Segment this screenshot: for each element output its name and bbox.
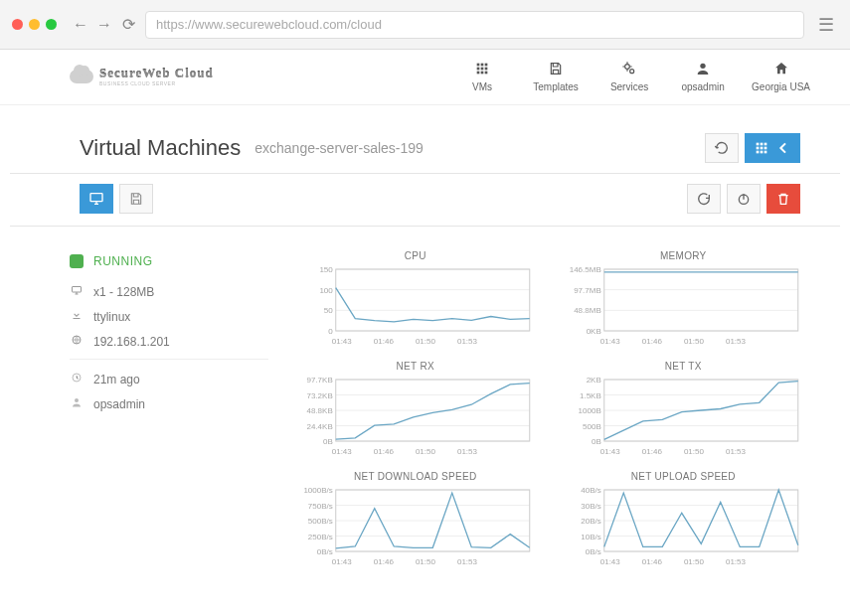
floppy-icon (128, 191, 144, 207)
chart-title: CPU (405, 250, 426, 261)
svg-text:500B/s: 500B/s (308, 517, 333, 526)
chart-plot: 97.7KB73.2KB48.8KB24.4KB0B01:4301:4601:5… (288, 376, 543, 457)
svg-rect-53 (603, 269, 797, 331)
window-maximize-icon[interactable] (46, 19, 57, 30)
chart-net_ul: NET UPLOAD SPEED40B/s30B/s20B/s10B/s0B/s… (557, 471, 811, 567)
svg-rect-18 (757, 151, 760, 154)
svg-rect-6 (477, 72, 480, 75)
svg-text:01:53: 01:53 (725, 557, 746, 566)
svg-point-10 (630, 70, 634, 74)
nav-item-vms[interactable]: VMs (457, 60, 507, 92)
svg-rect-15 (757, 147, 760, 150)
svg-text:30B/s: 30B/s (581, 502, 600, 511)
svg-text:01:50: 01:50 (416, 337, 436, 346)
window-controls (12, 19, 57, 30)
grid-icon (474, 60, 490, 77)
power-button[interactable] (727, 184, 761, 214)
snapshot-button[interactable] (119, 184, 153, 214)
vm-ip: 192.168.1.201 (93, 335, 170, 349)
svg-text:0: 0 (328, 327, 333, 336)
svg-text:01:53: 01:53 (457, 447, 478, 456)
nav-label: Services (610, 81, 648, 92)
svg-text:50: 50 (324, 306, 333, 315)
monitor-icon (88, 191, 104, 207)
svg-rect-8 (485, 72, 488, 75)
svg-text:01:43: 01:43 (332, 337, 353, 346)
monitor-small-icon (70, 284, 84, 299)
vm-toolbar (10, 174, 840, 227)
svg-text:10B/s: 10B/s (581, 533, 600, 541)
nav-item-opsadmin[interactable]: opsadmin (678, 60, 728, 92)
menu-icon[interactable]: ☰ (814, 14, 838, 36)
url-text: https://www.securewebcloud.com/cloud (156, 17, 382, 32)
app-header: SecureWeb Cloud BUSINESS CLOUD SERVER VM… (0, 50, 850, 105)
chevron-left-icon (775, 140, 791, 156)
nav-item-georgia-usa[interactable]: Georgia USA (752, 60, 810, 92)
view-toggle-button[interactable] (745, 133, 800, 163)
brand-logo[interactable]: SecureWeb Cloud BUSINESS CLOUD SERVER (70, 66, 214, 86)
forward-icon[interactable]: → (96, 16, 112, 34)
svg-text:146.5MB: 146.5MB (569, 265, 600, 274)
chart-title: NET DOWNLOAD SPEED (354, 471, 477, 482)
svg-text:97.7MB: 97.7MB (574, 286, 601, 295)
reload-icon[interactable]: ⟳ (122, 15, 135, 34)
delete-button[interactable] (766, 184, 800, 214)
svg-text:48.8KB: 48.8KB (307, 406, 333, 415)
svg-text:500B: 500B (583, 422, 601, 431)
vm-os-row: ttylinux (70, 309, 268, 324)
svg-text:73.2KB: 73.2KB (307, 391, 333, 400)
nav-label: Templates (533, 81, 579, 92)
chart-plot: 15010050001:4301:4601:5001:53 (288, 265, 543, 347)
svg-text:97.7KB: 97.7KB (307, 376, 333, 385)
svg-text:1000B/s: 1000B/s (303, 486, 332, 495)
vm-os: ttylinux (93, 310, 130, 324)
console-button[interactable] (80, 184, 113, 214)
download-icon (70, 309, 84, 324)
url-bar[interactable]: https://www.securewebcloud.com/cloud (145, 11, 804, 39)
vm-spec: x1 - 128MB (93, 285, 154, 299)
chart-net_rx: NET RX97.7KB73.2KB48.8KB24.4KB0B01:4301:… (288, 361, 543, 457)
window-minimize-icon[interactable] (29, 19, 40, 30)
svg-text:01:43: 01:43 (599, 557, 620, 566)
refresh-button[interactable] (705, 133, 739, 163)
svg-rect-4 (481, 68, 484, 71)
svg-rect-1 (481, 64, 484, 67)
chart-title: NET TX (665, 361, 702, 372)
trash-icon (775, 191, 791, 207)
svg-text:01:53: 01:53 (457, 337, 478, 346)
charts-grid: CPU15010050001:4301:4601:5001:53MEMORY14… (288, 250, 810, 567)
back-icon[interactable]: ← (73, 16, 88, 34)
svg-text:01:50: 01:50 (683, 557, 704, 566)
home-icon (773, 60, 789, 77)
svg-rect-16 (761, 147, 764, 150)
restart-icon (696, 191, 712, 207)
svg-text:40B/s: 40B/s (581, 486, 600, 495)
chart-plot: 40B/s30B/s20B/s10B/s0B/s01:4301:4601:500… (557, 486, 811, 567)
nav-item-services[interactable]: Services (604, 60, 654, 92)
nav-label: Georgia USA (752, 81, 810, 92)
status-indicator-icon (70, 254, 84, 268)
chart-title: NET RX (397, 361, 434, 372)
window-close-icon[interactable] (12, 19, 23, 30)
vm-owner-row: opsadmin (70, 396, 268, 411)
svg-rect-24 (74, 318, 81, 319)
svg-rect-0 (477, 64, 480, 67)
svg-text:0B/s: 0B/s (585, 547, 600, 556)
svg-rect-2 (485, 64, 488, 67)
vm-age-row: 21m ago (70, 372, 268, 386)
svg-rect-21 (90, 194, 102, 202)
svg-rect-23 (73, 287, 82, 293)
svg-point-27 (75, 398, 79, 402)
svg-text:1000B: 1000B (578, 406, 600, 415)
chart-net_dl: NET DOWNLOAD SPEED1000B/s750B/s500B/s250… (288, 471, 543, 567)
page-subtitle: exchange-server-sales-199 (255, 140, 424, 156)
floppy-icon (548, 60, 564, 77)
nav-item-templates[interactable]: Templates (531, 60, 581, 92)
svg-rect-40 (336, 269, 530, 331)
svg-text:250B/s: 250B/s (308, 533, 333, 541)
svg-rect-20 (765, 151, 767, 154)
svg-text:24.4KB: 24.4KB (307, 422, 333, 431)
reboot-button[interactable] (687, 184, 721, 214)
svg-text:01:43: 01:43 (599, 337, 620, 346)
svg-text:01:46: 01:46 (374, 337, 395, 346)
